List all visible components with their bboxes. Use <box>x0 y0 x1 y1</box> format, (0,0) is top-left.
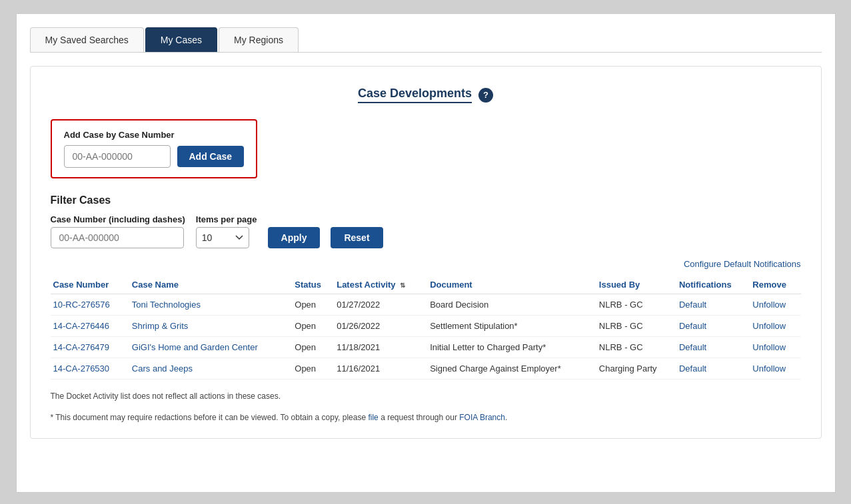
configure-link[interactable]: Configure Default Notifications <box>684 259 801 269</box>
main-container: My Saved Searches My Cases My Regions Ca… <box>16 13 836 493</box>
cell-remove: Unfollow <box>750 358 800 379</box>
unfollow-link[interactable]: Unfollow <box>752 364 786 374</box>
cases-table: Case Number Case Name Status Latest Acti… <box>51 274 801 379</box>
add-case-input[interactable] <box>64 145 171 168</box>
cell-status: Open <box>292 337 334 358</box>
footer-note-1: The Docket Activity list does not reflec… <box>51 391 801 401</box>
tab-my-regions[interactable]: My Regions <box>219 27 299 52</box>
cell-issued-by: Charging Party <box>596 358 676 379</box>
unfollow-link[interactable]: Unfollow <box>752 342 786 352</box>
th-remove: Remove <box>750 274 800 294</box>
help-icon[interactable]: ? <box>478 88 493 103</box>
cell-document: Settlement Stipulation* <box>427 316 596 337</box>
th-issued-by: Issued By <box>596 274 676 294</box>
filter-title: Filter Cases <box>51 194 801 206</box>
case-number-link[interactable]: 14-CA-276446 <box>53 321 110 331</box>
th-document: Document <box>427 274 596 294</box>
notifications-link[interactable]: Default <box>679 300 706 310</box>
cell-case-name: Cars and Jeeps <box>129 358 292 379</box>
filter-row: Case Number (including dashes) Items per… <box>51 214 801 248</box>
th-latest-activity: Latest Activity ⇅ <box>334 274 427 294</box>
filter-case-number-input[interactable] <box>51 227 184 248</box>
table-row: 14-CA-276446Shrimp & GritsOpen01/26/2022… <box>51 316 801 337</box>
cell-case-name: Shrimp & Grits <box>129 316 292 337</box>
cell-case-number: 14-CA-276446 <box>51 316 129 337</box>
case-name-link[interactable]: GiGI's Home and Garden Center <box>132 342 258 352</box>
th-notifications: Notifications <box>676 274 750 294</box>
filter-case-number-group: Case Number (including dashes) <box>51 214 185 248</box>
section-title-row: Case Developments ? <box>51 87 801 103</box>
notifications-link[interactable]: Default <box>679 364 706 374</box>
cell-notifications: Default <box>676 337 750 358</box>
cell-status: Open <box>292 358 334 379</box>
cell-issued-by: NLRB - GC <box>596 316 676 337</box>
notifications-link[interactable]: Default <box>679 321 706 331</box>
cell-case-number: 10-RC-276576 <box>51 294 129 316</box>
add-case-box: Add Case by Case Number Add Case <box>51 119 258 178</box>
unfollow-link[interactable]: Unfollow <box>752 321 786 331</box>
tab-saved-searches[interactable]: My Saved Searches <box>30 27 144 52</box>
cell-latest-activity: 11/18/2021 <box>334 337 427 358</box>
cell-case-number: 14-CA-276479 <box>51 337 129 358</box>
items-per-page-select[interactable]: 10 25 50 100 <box>196 227 249 248</box>
cell-latest-activity: 01/26/2022 <box>334 316 427 337</box>
cell-status: Open <box>292 316 334 337</box>
footer-note-2: * This document may require redactions b… <box>51 413 801 422</box>
apply-button[interactable]: Apply <box>268 227 321 248</box>
case-number-link[interactable]: 10-RC-276576 <box>53 300 110 310</box>
cell-issued-by: NLRB - GC <box>596 294 676 316</box>
section-title: Case Developments <box>358 87 472 103</box>
table-row: 14-CA-276530Cars and JeepsOpen11/16/2021… <box>51 358 801 379</box>
cell-document: Initial Letter to Charged Party* <box>427 337 596 358</box>
cell-remove: Unfollow <box>750 294 800 316</box>
cell-issued-by: NLRB - GC <box>596 337 676 358</box>
th-case-name: Case Name <box>129 274 292 294</box>
th-case-number: Case Number <box>51 274 129 294</box>
table-row: 14-CA-276479GiGI's Home and Garden Cente… <box>51 337 801 358</box>
add-case-label: Add Case by Case Number <box>64 130 245 140</box>
filter-items-per-page-label: Items per page <box>196 214 257 224</box>
table-body: 10-RC-276576Toni TechnologiesOpen01/27/2… <box>51 294 801 379</box>
table-head: Case Number Case Name Status Latest Acti… <box>51 274 801 294</box>
cell-remove: Unfollow <box>750 316 800 337</box>
cell-case-number: 14-CA-276530 <box>51 358 129 379</box>
tab-my-cases[interactable]: My Cases <box>145 27 217 52</box>
foia-file-link[interactable]: file <box>368 413 378 422</box>
cell-document: Board Decision <box>427 294 596 316</box>
case-name-link[interactable]: Cars and Jeeps <box>132 364 193 374</box>
cell-notifications: Default <box>676 294 750 316</box>
add-case-row: Add Case <box>64 145 245 168</box>
table-row: 10-RC-276576Toni TechnologiesOpen01/27/2… <box>51 294 801 316</box>
reset-button[interactable]: Reset <box>331 227 383 248</box>
sort-icon[interactable]: ⇅ <box>400 282 405 289</box>
configure-row: Configure Default Notifications <box>51 259 801 269</box>
foia-branch-link[interactable]: FOIA Branch <box>459 413 505 422</box>
cell-document: Signed Charge Against Employer* <box>427 358 596 379</box>
table-header-row: Case Number Case Name Status Latest Acti… <box>51 274 801 294</box>
cell-latest-activity: 11/16/2021 <box>334 358 427 379</box>
cell-case-name: Toni Technologies <box>129 294 292 316</box>
cell-case-name: GiGI's Home and Garden Center <box>129 337 292 358</box>
content-panel: Case Developments ? Add Case by Case Num… <box>30 66 822 439</box>
case-number-link[interactable]: 14-CA-276530 <box>53 364 110 374</box>
unfollow-link[interactable]: Unfollow <box>752 300 786 310</box>
notifications-link[interactable]: Default <box>679 342 706 352</box>
add-case-button[interactable]: Add Case <box>177 146 245 167</box>
th-status: Status <box>292 274 334 294</box>
cell-notifications: Default <box>676 316 750 337</box>
case-name-link[interactable]: Toni Technologies <box>132 300 201 310</box>
cell-latest-activity: 01/27/2022 <box>334 294 427 316</box>
cell-remove: Unfollow <box>750 337 800 358</box>
filter-case-number-label: Case Number (including dashes) <box>51 214 185 224</box>
case-number-link[interactable]: 14-CA-276479 <box>53 342 110 352</box>
filter-items-per-page-group: Items per page 10 25 50 100 <box>196 214 257 248</box>
case-name-link[interactable]: Shrimp & Grits <box>132 321 189 331</box>
tab-bar: My Saved Searches My Cases My Regions <box>30 27 822 53</box>
cell-status: Open <box>292 294 334 316</box>
cell-notifications: Default <box>676 358 750 379</box>
